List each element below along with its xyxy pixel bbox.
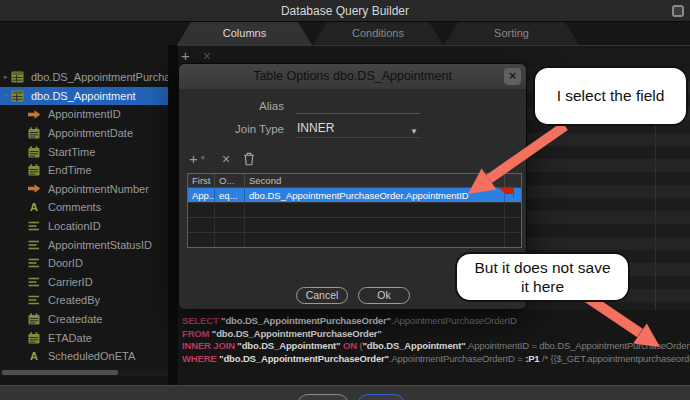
- calendar-icon: [26, 164, 42, 176]
- list-icon: [26, 277, 42, 287]
- schema-tree-panel: ▸dbo.DS_AppointmentPurchaseO▾dbo.DS_Appo…: [0, 45, 168, 369]
- empty-grid-row[interactable]: [188, 203, 521, 218]
- trash-icon[interactable]: [243, 152, 255, 170]
- text-icon: A: [26, 202, 42, 213]
- list-icon: [26, 221, 42, 231]
- tree-item-endtime[interactable]: EndTime: [0, 161, 168, 180]
- sidebar-hscrollbar-thumb[interactable]: [2, 370, 118, 375]
- panel-splitter[interactable]: [168, 45, 178, 385]
- join-conditions-toolbar: + ▾ ×: [187, 150, 520, 170]
- window-title: Database Query Builder: [0, 0, 690, 22]
- tree-item-label: ScheduledOnETA: [48, 350, 135, 362]
- tree-item-label: CreatedBy: [48, 294, 100, 306]
- list-icon: [26, 258, 42, 268]
- key-arrow-icon: [26, 183, 42, 194]
- tree-item-label: DoorID: [48, 257, 83, 269]
- table-icon: [9, 71, 25, 83]
- tab-columns[interactable]: Columns: [177, 22, 312, 45]
- remove-column-icon[interactable]: ×: [203, 48, 211, 64]
- tree-item-label: AppointmentNumber: [48, 183, 149, 195]
- join-conditions-grid: First O... Second App... eq... dbo.DS_Ap…: [187, 173, 522, 248]
- join-type-value: INNER: [297, 121, 334, 135]
- tree-item-label: dbo.DS_AppointmentPurchaseO: [31, 71, 168, 83]
- tree-item-doorid[interactable]: DoorID: [0, 254, 168, 273]
- calendar-icon: [26, 146, 42, 158]
- tree-item-appointmentnumber[interactable]: AppointmentNumber: [0, 180, 168, 199]
- add-column-icon[interactable]: +: [181, 47, 190, 64]
- tab-bar: Columns Conditions Sorting: [0, 22, 690, 45]
- cell-operator[interactable]: eq...: [215, 188, 245, 202]
- join-condition-row[interactable]: App... eq... dbo.DS_AppointmentPurchaseO…: [188, 188, 521, 203]
- tree-item-label: ETADate: [48, 332, 92, 344]
- maximize-icon[interactable]: [672, 5, 684, 17]
- remove-condition-icon[interactable]: ×: [222, 151, 230, 167]
- calendar-icon: [26, 332, 42, 344]
- cancel-button[interactable]: Cancel: [296, 287, 348, 304]
- empty-grid-row[interactable]: [188, 233, 521, 248]
- tree-item-label: Comments: [48, 201, 101, 213]
- alias-input[interactable]: [296, 97, 420, 114]
- tab-conditions[interactable]: Conditions: [313, 22, 443, 45]
- footer-ok-button[interactable]: [357, 394, 405, 400]
- list-icon: [26, 240, 42, 250]
- cell-second[interactable]: dbo.DS_AppointmentPurchaseOrder.Appointm…: [245, 188, 505, 202]
- grid-header-operator: O...: [215, 174, 245, 187]
- tree-item-comments[interactable]: AComments: [0, 198, 168, 217]
- dialog-title: Table Options dbo.DS_Appointment: [179, 64, 526, 89]
- cell-flag-marker: [499, 188, 514, 198]
- tab-sorting[interactable]: Sorting: [444, 22, 579, 45]
- callout-not-saved: But it does not save it here: [455, 252, 630, 302]
- add-condition-caret-icon[interactable]: ▾: [201, 154, 205, 162]
- alias-label: Alias: [222, 100, 284, 112]
- sql-line: WHERE "dbo.DS_AppointmentPurchaseOrder".…: [182, 353, 690, 366]
- grid-header-second: Second: [245, 174, 505, 187]
- join-type-label: Join Type: [222, 123, 284, 135]
- tree-item-appointmentstatusid[interactable]: AppointmentStatusID: [0, 235, 168, 254]
- list-icon: [26, 295, 42, 305]
- add-condition-icon[interactable]: +: [189, 150, 198, 167]
- sql-line: INNER JOIN "dbo.DS_Appointment" ON ("dbo…: [182, 340, 690, 353]
- empty-grid-row[interactable]: [188, 218, 521, 233]
- tree-item-starttime[interactable]: StartTime: [0, 142, 168, 161]
- dialog-close-icon[interactable]: ×: [504, 68, 521, 85]
- footer-cancel-button[interactable]: [297, 394, 349, 400]
- sql-preview-panel: SELECT "dbo.DS_AppointmentPurchaseOrder"…: [178, 310, 690, 385]
- sidebar-hscrollbar[interactable]: [0, 369, 168, 376]
- tree-item-carrierid[interactable]: CarrierID: [0, 273, 168, 292]
- key-arrow-icon: [26, 109, 42, 120]
- window-titlebar: Database Query Builder: [0, 0, 690, 22]
- sql-line: FROM "dbo.DS_AppointmentPurchaseOrder": [182, 328, 690, 341]
- tree-item-createdby[interactable]: CreatedBy: [0, 291, 168, 310]
- tree-item-locationid[interactable]: LocationID: [0, 217, 168, 236]
- tree-item-createdate[interactable]: Createdate: [0, 310, 168, 329]
- chevron-down-icon: ▼: [410, 122, 418, 141]
- tree-item-dbo.ds_appointment[interactable]: ▾dbo.DS_Appointment: [0, 87, 168, 106]
- grid-header-spacer: [505, 174, 521, 187]
- tree-item-label: AppointmentDate: [48, 127, 133, 139]
- tree-item-label: EndTime: [48, 164, 92, 176]
- tree-item-label: Createdate: [48, 313, 102, 325]
- sql-line: SELECT "dbo.DS_AppointmentPurchaseOrder"…: [182, 315, 690, 328]
- calendar-icon: [26, 127, 42, 139]
- text-icon: A: [26, 351, 42, 362]
- tree-item-dbo.ds_appointmentpurchaseo[interactable]: ▸dbo.DS_AppointmentPurchaseO: [0, 68, 168, 87]
- join-type-select[interactable]: INNER ▼: [296, 119, 420, 138]
- grid-header-first: First: [188, 174, 215, 187]
- footer-bar: [0, 385, 690, 400]
- table-icon: [9, 90, 25, 102]
- sidebar-tree: ▸dbo.DS_AppointmentPurchaseO▾dbo.DS_Appo…: [0, 45, 168, 369]
- app-window: Database Query Builder Columns Condition…: [0, 0, 690, 400]
- tree-item-label: AppointmentStatusID: [48, 239, 152, 251]
- tree-item-appointmentid[interactable]: AppointmentID: [0, 105, 168, 124]
- tree-item-label: AppointmentID: [48, 108, 121, 120]
- tree-item-label: CarrierID: [48, 276, 93, 288]
- tree-item-scheduledoneta[interactable]: AScheduledOnETA: [0, 347, 168, 366]
- tree-item-etadate[interactable]: ETADate: [0, 328, 168, 347]
- tree-item-label: StartTime: [48, 146, 95, 158]
- cell-first[interactable]: App...: [188, 188, 215, 202]
- ok-button[interactable]: Ok: [358, 287, 410, 304]
- tree-item-label: LocationID: [48, 220, 101, 232]
- grid-header-row: First O... Second: [188, 174, 521, 188]
- callout-select-field: I select the field: [533, 66, 688, 126]
- tree-item-appointmentdate[interactable]: AppointmentDate: [0, 124, 168, 143]
